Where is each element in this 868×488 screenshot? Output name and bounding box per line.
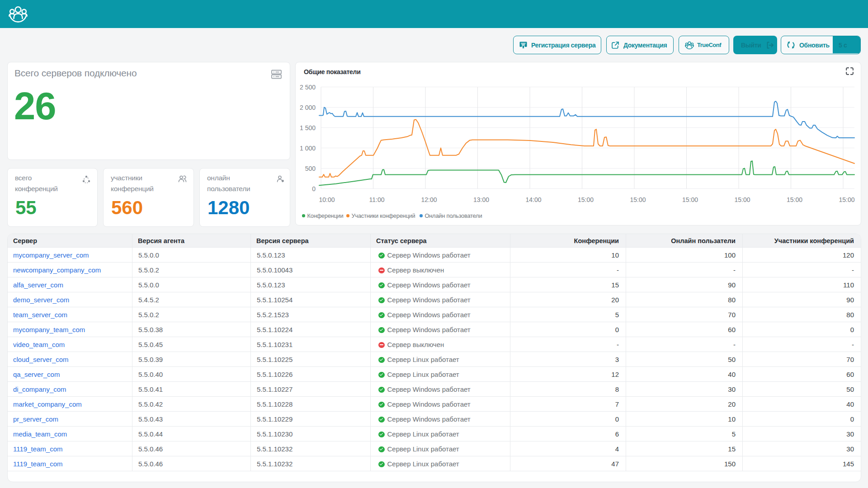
svg-text:15:00: 15:00 [839, 196, 854, 203]
svg-text:1 500: 1 500 [300, 124, 316, 131]
svg-text:1 000: 1 000 [300, 145, 316, 152]
svg-text:11:00: 11:00 [369, 196, 385, 203]
svg-text:0: 0 [312, 185, 316, 192]
svg-text:14:00: 14:00 [525, 196, 541, 203]
svg-text:15:00: 15:00 [787, 196, 802, 203]
svg-text:2 500: 2 500 [300, 84, 316, 91]
svg-text:10:00: 10:00 [319, 196, 335, 203]
svg-text:15:00: 15:00 [682, 196, 698, 203]
svg-text:15:00: 15:00 [578, 196, 594, 203]
svg-text:12:00: 12:00 [421, 196, 437, 203]
svg-text:15:00: 15:00 [630, 196, 646, 203]
svg-text:15:00: 15:00 [734, 196, 750, 203]
svg-text:13:00: 13:00 [473, 196, 489, 203]
svg-text:2 000: 2 000 [300, 104, 316, 111]
svg-text:500: 500 [305, 165, 316, 172]
